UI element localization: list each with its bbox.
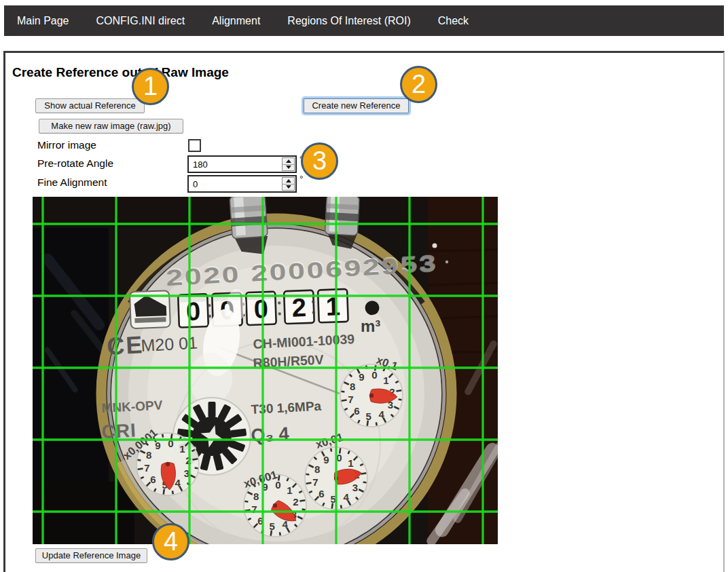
svg-text:7: 7 [144, 462, 149, 474]
svg-text:CE: CE [106, 330, 144, 360]
chevron-down-icon [286, 166, 291, 169]
page: Main Page CONFIG.INI direct Alignment Re… [0, 0, 728, 572]
unit-label: m³ [361, 317, 380, 335]
make-new-raw-image-button[interactable]: Make new raw image (raw.jpg) [39, 119, 183, 134]
svg-text:2: 2 [291, 293, 307, 322]
pre-rotate-angle-input-wrap [187, 155, 297, 173]
svg-text:1: 1 [287, 484, 292, 496]
annotation-step-4: 4 [152, 523, 189, 560]
svg-text:6: 6 [354, 405, 359, 417]
fine-alignment-input-wrap [187, 175, 297, 193]
reference-image: 2020 2000692953 2020 2000692953 00021 m³… [33, 197, 498, 544]
nav-item-roi[interactable]: Regions Of Interest (ROI) [287, 15, 410, 27]
pre-rotate-angle-input[interactable] [189, 157, 281, 172]
nav-item-main-page[interactable]: Main Page [17, 15, 69, 27]
svg-text:0: 0 [185, 297, 201, 326]
spinner-up-button[interactable] [283, 158, 294, 165]
chevron-up-icon [286, 179, 291, 183]
svg-text:0: 0 [371, 369, 377, 381]
svg-text:9: 9 [155, 440, 160, 451]
svg-text:7: 7 [251, 503, 257, 515]
nav-item-check[interactable]: Check [438, 15, 469, 27]
fine-alignment-label: Fine Alignment [37, 176, 107, 189]
annotation-step-1: 1 [132, 68, 169, 105]
update-reference-image-button[interactable]: Update Reference Image [35, 548, 147, 563]
svg-text:4: 4 [378, 408, 384, 420]
svg-text:5: 5 [366, 411, 371, 422]
svg-text:2: 2 [293, 496, 298, 508]
fine-alignment-spinner [282, 177, 295, 191]
svg-text:3: 3 [352, 482, 358, 493]
mirror-image-checkbox[interactable] [188, 139, 201, 152]
meter-photo: 2020 2000692953 2020 2000692953 00021 m³… [33, 197, 498, 544]
spinner-down-button[interactable] [283, 165, 294, 171]
svg-text:8: 8 [350, 381, 355, 392]
svg-text:8: 8 [314, 463, 320, 475]
annotation-step-2: 2 [400, 66, 437, 103]
chevron-down-icon [286, 185, 291, 189]
svg-text:1: 1 [179, 443, 185, 455]
top-nav: Main Page CONFIG.INI direct Alignment Re… [4, 5, 724, 36]
svg-text:6: 6 [150, 474, 156, 485]
show-actual-reference-button[interactable]: Show actual Reference [35, 98, 145, 113]
annotation-step-3: 3 [301, 142, 338, 180]
svg-text:0: 0 [275, 479, 280, 491]
nav-item-alignment[interactable]: Alignment [212, 15, 260, 27]
create-new-reference-button[interactable]: Create new Reference [304, 98, 409, 113]
svg-text:1: 1 [348, 457, 353, 469]
svg-text:5: 5 [270, 520, 275, 532]
svg-text:1: 1 [383, 375, 388, 386]
page-title: Create Reference out of Raw Image [12, 65, 229, 80]
svg-text:Q₃ 4: Q₃ 4 [251, 423, 290, 446]
spinner-up-button[interactable] [283, 178, 294, 185]
svg-text:7: 7 [312, 476, 318, 488]
svg-text:0: 0 [253, 294, 269, 324]
svg-text:6: 6 [318, 488, 324, 499]
svg-text:7: 7 [348, 394, 353, 405]
pre-rotate-spinner [282, 157, 295, 171]
svg-text:8: 8 [253, 491, 259, 502]
degree-symbol: ° [299, 174, 304, 185]
spinner-down-button[interactable] [283, 185, 294, 191]
svg-text:8: 8 [146, 449, 151, 461]
nav-item-config-ini[interactable]: CONFIG.INI direct [96, 15, 185, 27]
fine-alignment-input[interactable] [189, 176, 281, 191]
chevron-up-icon [286, 159, 291, 163]
svg-text:4: 4 [343, 491, 349, 503]
svg-text:9: 9 [323, 454, 329, 465]
pre-rotate-angle-label: Pre-rotate Angle [37, 157, 113, 170]
svg-text:4: 4 [175, 477, 181, 489]
mirror-image-label: Mirror image [37, 139, 96, 151]
svg-text:9: 9 [359, 371, 364, 383]
